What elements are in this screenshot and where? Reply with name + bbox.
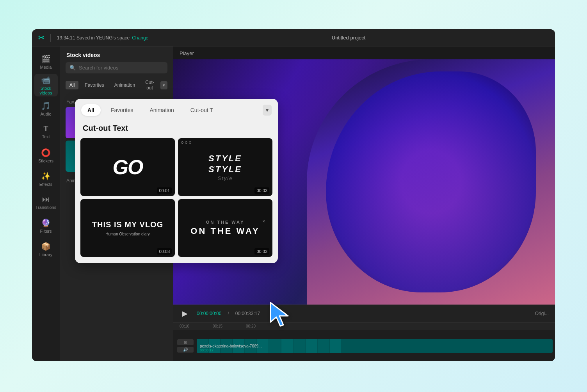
current-time-display: 00:00:00:00 [197, 311, 221, 316]
dd-card-x2: ✕ [212, 166, 215, 169]
track-frame-9 [294, 339, 305, 353]
dd-card-go[interactable]: GO 00:01 [80, 138, 175, 196]
app-logo: ✂ [38, 34, 44, 42]
filter-tab-all[interactable]: All [66, 81, 78, 89]
timeline-track: ⊞ 🔊 [173, 330, 555, 361]
topbar-divider [50, 34, 51, 42]
track-frame-11 [318, 339, 329, 353]
track-frame-12 [330, 339, 342, 353]
dd-ontheway-main: ON THE WAY [190, 226, 260, 236]
track-label: pexels-ekaterina-bolovtsova-7669... [200, 344, 261, 348]
search-input[interactable] [79, 65, 164, 71]
dd-card-style-time: 00:03 [254, 187, 269, 194]
dd-card-vlog-time: 00:03 [157, 248, 172, 255]
panel-header: Stock videos [60, 46, 173, 62]
project-title: Untitled project [332, 35, 366, 41]
dd-vlog-title: THIS IS MY VLOG [92, 220, 163, 229]
sidebar: 🎬 Media 📹 Stock videos 🎵 Audio T Text ⭕ … [32, 46, 60, 361]
dd-card-go-text: GO [113, 155, 143, 179]
dd-card-style[interactable]: STYLE STYLE Style ✕ ✕ 00:03 [178, 138, 272, 196]
track-frame-10 [306, 339, 317, 353]
time-separator: / [228, 311, 229, 316]
filter-tabs: All Favorites Animation Cut-out ▾ [60, 78, 173, 96]
timeline: 00:10 00:15 00:20 ⊞ 🔊 [173, 322, 555, 361]
media-icon: 🎬 [41, 54, 51, 64]
dd-grid: GO 00:01 STYLE STYLE Style ✕ ✕ 0 [75, 138, 278, 257]
filter-tab-cutout[interactable]: Cut-out [141, 78, 158, 92]
track-volume-btn[interactable]: 🔊 [177, 347, 194, 353]
text-icon: T [43, 125, 48, 133]
sidebar-item-media-label: Media [40, 65, 52, 69]
topbar-change-link[interactable]: Change [132, 35, 148, 41]
search-bar[interactable]: 🔍 [66, 62, 167, 73]
library-icon: 📦 [41, 242, 51, 251]
dd-ontheway-sub: ON THE WAY [206, 220, 245, 225]
sidebar-item-library[interactable]: 📦 Library [34, 238, 58, 260]
topbar-status: 19:34:11 Saved in YEUNG's space [57, 35, 130, 41]
dd-tab-all[interactable]: All [81, 104, 101, 116]
sidebar-item-text-label: Text [42, 134, 50, 139]
stock-videos-icon: 📹 [41, 75, 51, 85]
dd-tab-more-dropdown[interactable]: ▾ [263, 105, 272, 116]
track-time-label: 00:33:17 [200, 348, 213, 352]
transitions-icon: ⏭ [42, 195, 50, 204]
sidebar-item-media[interactable]: 🎬 Media [34, 50, 58, 73]
effects-icon: ✨ [41, 171, 51, 181]
sidebar-item-effects[interactable]: ✨ Effects [34, 167, 58, 190]
sidebar-item-audio-label: Audio [40, 112, 51, 116]
dot-2 [185, 141, 187, 144]
audio-icon: 🎵 [41, 101, 51, 110]
play-button[interactable]: ▶ [180, 308, 190, 319]
dd-tab-cutout[interactable]: Cut-out T [184, 104, 219, 116]
filter-tab-favorites[interactable]: Favorites [81, 81, 108, 89]
sidebar-item-stickers[interactable]: ⭕ Stickers [34, 144, 58, 167]
dd-tab-favorites[interactable]: Favorites [105, 104, 140, 116]
filter-tab-more[interactable]: ▾ [160, 81, 167, 89]
filter-tab-animation[interactable]: Animation [110, 81, 139, 89]
dd-card-ontheway[interactable]: ON THE WAY ✕ ON THE WAY 00:03 [178, 199, 272, 257]
dd-tab-animation[interactable]: Animation [143, 104, 180, 116]
dd-card-style-dots [181, 141, 191, 144]
dd-card-style-content: STYLE STYLE Style ✕ ✕ [208, 153, 242, 181]
track-add-btn[interactable]: ⊞ [177, 339, 194, 345]
dot-1 [181, 141, 183, 144]
dd-vlog-sub: Human Observation diary [105, 232, 149, 236]
ruler-mark-10: 00:10 [180, 324, 189, 328]
ruler-mark-20: 00:20 [246, 324, 256, 328]
sidebar-item-stock-videos-label: Stock videos [34, 86, 58, 95]
dd-style-text3: Style [218, 175, 233, 181]
filters-icon: 🔮 [41, 218, 51, 228]
track-frame-8 [281, 339, 293, 353]
dot-3 [189, 141, 191, 144]
search-icon: 🔍 [69, 65, 76, 71]
player-controls: ▶ 00:00:00:00 / 00:00:33:17 Origi... [173, 305, 555, 322]
sidebar-item-filters-label: Filters [40, 229, 52, 233]
sidebar-item-filters[interactable]: 🔮 Filters [34, 214, 58, 237]
ruler-mark-15: 00:15 [213, 324, 222, 328]
track-controls: ⊞ 🔊 [176, 338, 195, 354]
stickers-icon: ⭕ [41, 148, 51, 157]
topbar: ✂ 19:34:11 Saved in YEUNG's space Change… [32, 29, 555, 46]
sidebar-item-effects-label: Effects [39, 182, 52, 187]
dd-card-go-time: 00:01 [157, 187, 172, 194]
dd-card-ontheway-time: 00:03 [254, 248, 269, 255]
sidebar-item-stickers-label: Stickers [38, 159, 53, 163]
sidebar-item-text[interactable]: T Text [34, 121, 58, 143]
dd-section-title: Cut-out Text [75, 121, 278, 138]
dd-ontheway-x: ✕ [262, 219, 265, 223]
track-bar[interactable]: pexels-ekaterina-bolovtsova-7669... 00:3… [197, 339, 553, 353]
sidebar-item-stock-videos[interactable]: 📹 Stock videos [34, 74, 58, 96]
dd-card-vlog[interactable]: THIS IS MY VLOG Human Observation diary … [80, 199, 175, 257]
timeline-ruler: 00:10 00:15 00:20 [173, 323, 555, 330]
original-label: Origi... [535, 311, 549, 316]
sidebar-item-transitions-label: Transitions [36, 205, 56, 210]
dropdown-overlay: All Favorites Animation Cut-out T ▾ Cut-… [75, 99, 278, 263]
sidebar-item-library-label: Library [39, 252, 53, 257]
track-frame-7 [269, 339, 281, 353]
dd-card-x1: ✕ [235, 157, 238, 161]
dd-tabs: All Favorites Animation Cut-out T ▾ [75, 99, 278, 121]
sidebar-item-transitions[interactable]: ⏭ Transitions [34, 191, 58, 214]
total-time-display: 00:00:33:17 [235, 311, 260, 316]
player-label: Player [173, 46, 555, 59]
sidebar-item-audio[interactable]: 🎵 Audio [34, 97, 58, 120]
